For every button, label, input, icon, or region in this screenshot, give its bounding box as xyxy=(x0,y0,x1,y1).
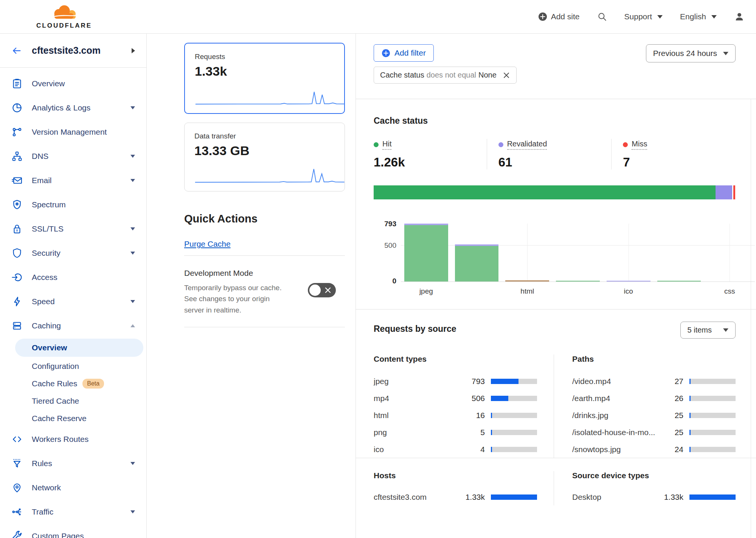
sidebar-item-spectrum[interactable]: Spectrum xyxy=(0,193,146,217)
code-brackets-icon xyxy=(11,434,23,445)
table-row: jpeg 793 xyxy=(374,373,537,390)
filter-field: Cache status xyxy=(380,71,424,79)
site-header: cftestsite3.com xyxy=(0,34,146,68)
add-site-button[interactable]: Add site xyxy=(538,12,580,21)
sidebar-subitem-tiered-cache[interactable]: Tiered Cache xyxy=(0,392,146,410)
bar-html[interactable] xyxy=(502,224,553,281)
development-mode-title: Development Mode xyxy=(184,269,345,278)
close-icon[interactable] xyxy=(503,72,510,79)
chevron-right-icon[interactable] xyxy=(132,48,135,53)
bar-css[interactable] xyxy=(704,224,755,281)
chevron-down-icon xyxy=(130,300,135,303)
add-filter-button[interactable]: Add filter xyxy=(374,44,434,62)
sidebar: cftestsite3.com Overview Analytics & Log… xyxy=(0,34,147,538)
language-menu[interactable]: English xyxy=(680,12,717,21)
requests-by-source-section: Requests by source 5 items Content types… xyxy=(356,309,756,458)
hit-label[interactable]: Hit xyxy=(382,140,391,150)
bar-mp4[interactable] xyxy=(452,224,502,281)
search-button[interactable] xyxy=(597,12,607,22)
sidebar-item-overview[interactable]: Overview xyxy=(0,72,146,96)
panel-right-border xyxy=(751,99,751,538)
development-mode-toggle[interactable] xyxy=(308,283,336,297)
data-transfer-value: 13.33 GB xyxy=(194,143,335,158)
chevron-down-icon xyxy=(723,52,728,55)
source-device-types-group: Source device types Desktop 1.33k xyxy=(554,471,736,505)
progress-track xyxy=(491,494,537,500)
sidebar-item-speed[interactable]: Speed xyxy=(0,289,146,314)
sidebar-item-analytics-logs[interactable]: Analytics & Logs xyxy=(0,96,146,120)
y-tick: 0 xyxy=(375,277,396,285)
sidebar-subitem-caching-overview[interactable]: Overview xyxy=(15,339,143,357)
bar-jpeg[interactable] xyxy=(401,224,452,281)
cache-status-title: Cache status xyxy=(374,116,736,126)
bar-segment xyxy=(556,281,600,281)
bar-segment xyxy=(505,280,549,281)
chevron-down-icon xyxy=(130,252,135,255)
requests-metric-card[interactable]: Requests 1.33k xyxy=(184,43,345,114)
bar-segment xyxy=(607,281,650,281)
toggle-knob xyxy=(309,285,321,296)
time-range-dropdown[interactable]: Previous 24 hours xyxy=(646,44,736,62)
beta-badge: Beta xyxy=(82,379,104,389)
account-menu[interactable] xyxy=(734,11,745,22)
table-row: mp4 506 xyxy=(374,390,537,407)
sidebar-item-version-management[interactable]: Version Management xyxy=(0,120,146,144)
server-stack-icon xyxy=(11,320,23,331)
items-count-dropdown[interactable]: 5 items xyxy=(680,322,736,339)
plus-circle-icon xyxy=(538,12,547,21)
sidebar-item-ssl-tls[interactable]: SSL/TLS xyxy=(0,217,146,241)
bar-ico[interactable] xyxy=(603,224,654,281)
sidebar-item-workers-routes[interactable]: Workers Routes xyxy=(0,427,146,451)
progress-track xyxy=(491,430,537,435)
hosts-title: Hosts xyxy=(374,471,537,480)
hit-value: 1.26k xyxy=(374,155,487,169)
chevron-down-icon xyxy=(130,106,135,109)
sidebar-item-dns[interactable]: DNS xyxy=(0,144,146,168)
data-transfer-metric-card[interactable]: Data transfer 13.33 GB xyxy=(184,123,345,191)
sidebar-item-security[interactable]: Security xyxy=(0,241,146,265)
filter-chip[interactable]: Cache status does not equal None xyxy=(374,67,517,84)
bar-other[interactable] xyxy=(654,224,705,281)
main-frame: cftestsite3.com Overview Analytics & Log… xyxy=(0,33,756,538)
filter-operator: does not equal xyxy=(427,71,476,79)
chart-plot-area: 793 500 0 xyxy=(401,224,755,282)
cache-status-section: Cache status Hit 1.26k Revalidated xyxy=(356,99,756,309)
purge-cache-link[interactable]: Purge Cache xyxy=(184,239,231,249)
sidebar-subitem-cache-rules[interactable]: Cache Rules Beta xyxy=(0,375,146,392)
sidebar-subitem-configuration[interactable]: Configuration xyxy=(0,358,146,375)
sidebar-item-rules[interactable]: Rules xyxy=(0,451,146,476)
revalidated-dot-icon xyxy=(498,142,503,147)
sidebar-subitem-cache-reserve[interactable]: Cache Reserve xyxy=(0,410,146,427)
quick-actions-title: Quick Actions xyxy=(184,213,345,225)
sidebar-item-email[interactable]: Email xyxy=(0,168,146,193)
sidebar-item-custom-pages[interactable]: Custom Pages xyxy=(0,524,146,538)
progress-track xyxy=(689,494,736,500)
lock-icon xyxy=(11,223,23,235)
requests-label: Requests xyxy=(195,53,334,61)
stat-hit: Hit 1.26k xyxy=(374,139,487,169)
revalidated-label[interactable]: Revalidated xyxy=(507,140,547,150)
sidebar-item-access[interactable]: Access xyxy=(0,265,146,289)
sidebar-item-network[interactable]: Network xyxy=(0,476,146,500)
metrics-column: Requests 1.33k Data transfer 13.33 GB Qu… xyxy=(147,34,356,538)
progress-track xyxy=(689,379,736,384)
sidebar-item-caching[interactable]: Caching xyxy=(0,314,146,338)
hosts-group: Hosts cftestsite3.com 1.33k xyxy=(374,471,554,505)
pie-chart-icon xyxy=(11,102,23,114)
clipboard-icon xyxy=(11,78,23,89)
site-name: cftestsite3.com xyxy=(32,45,101,56)
cloudflare-logo[interactable]: CLOUDFLARE xyxy=(36,4,92,30)
support-menu[interactable]: Support xyxy=(624,12,663,21)
branch-icon xyxy=(11,126,23,138)
map-pin-icon xyxy=(11,482,23,493)
sidebar-item-traffic[interactable]: Traffic xyxy=(0,500,146,524)
back-arrow-icon[interactable] xyxy=(11,45,22,56)
bar-png[interactable] xyxy=(553,224,603,281)
development-mode-block: Development Mode Temporarily bypass our … xyxy=(184,269,345,316)
login-arrow-icon xyxy=(11,272,23,283)
hierarchy-icon xyxy=(11,151,23,162)
cloudflare-cloud-icon xyxy=(49,4,80,22)
toggle-off-x-icon xyxy=(324,286,332,294)
stacked-bar-hit xyxy=(374,185,716,199)
miss-label[interactable]: Miss xyxy=(632,140,647,150)
